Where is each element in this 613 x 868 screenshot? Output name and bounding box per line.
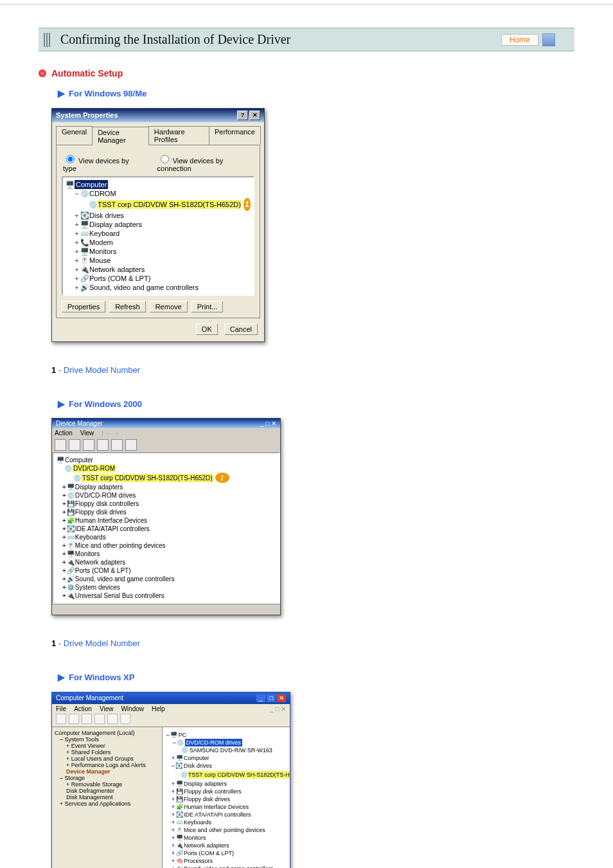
computer-icon: 🖥️	[56, 456, 65, 464]
expander-icon[interactable]: −	[73, 189, 80, 198]
tree-sound[interactable]: Sound, video and game controllers	[89, 283, 199, 292]
banner-stripe-icon	[44, 33, 51, 47]
caption-2000: 1 - Drive Model Number	[51, 638, 574, 648]
tool-icon[interactable]	[56, 714, 66, 724]
cmxp-right-tree[interactable]: – 🖥️PC – 💿DVD/CD-ROM drives 💿SAMSUNG DVD…	[163, 727, 290, 869]
tab-device-manager[interactable]: Device Manager	[92, 127, 149, 145]
tool-icon[interactable]	[107, 714, 118, 724]
menu-view[interactable]: View	[100, 705, 114, 712]
ok-button[interactable]: OK	[196, 323, 218, 335]
properties-button[interactable]: Properties	[62, 301, 105, 312]
close-button[interactable]: ✕	[277, 694, 286, 702]
tree-display[interactable]: Display adapters	[89, 220, 142, 229]
tab-general[interactable]: General	[56, 126, 93, 145]
menu-view[interactable]: View	[80, 429, 94, 437]
subhead-98me: ▶ For Windows 98/Me	[58, 87, 574, 100]
tree-diskdrives[interactable]: Disk drives	[89, 211, 124, 220]
tool-icon[interactable]	[94, 714, 105, 724]
menu-help[interactable]: Help	[152, 705, 165, 712]
disk-icon: 💽	[80, 211, 89, 220]
network-icon: 🔌	[80, 265, 89, 274]
tool-icon[interactable]	[125, 439, 137, 451]
remove-button[interactable]: Remove	[150, 301, 188, 312]
tab-hardware-profiles[interactable]: Hardware Profiles	[148, 126, 209, 145]
dm2k-tree[interactable]: 🖥️Computer 💿DVD/CD-ROM 💿TSST corp CD/DVD…	[52, 452, 280, 604]
arrow-icon: ▶	[58, 671, 65, 683]
cmxp-device[interactable]: TSST corp CD/DVDW SH-S182D(TS-H652D)	[188, 771, 290, 779]
dm2k-device[interactable]: TSST corp CD/DVDW SH-S182D(TS-H652D)	[82, 474, 213, 482]
tree-ports[interactable]: Ports (COM & LPT)	[89, 274, 150, 283]
menu-file[interactable]: File	[56, 705, 66, 712]
tool-icon[interactable]	[120, 714, 130, 724]
computer-icon: 🖥️	[66, 180, 75, 189]
arrow-icon: ▶	[58, 87, 65, 99]
tool-icon[interactable]	[69, 439, 80, 451]
dm2k-dvdcd[interactable]: DVD/CD-ROM	[73, 464, 116, 473]
tool-icon[interactable]	[55, 439, 66, 451]
disc-icon: 💿	[64, 464, 73, 473]
tabstrip: General Device Manager Hardware Profiles…	[56, 126, 260, 145]
subhead-xp-text: For Windows XP	[69, 671, 134, 684]
caption-text: - Drive Model Number	[58, 365, 140, 375]
tree-keyboard[interactable]: Keyboard	[89, 229, 120, 238]
tree-monitors[interactable]: Monitors	[89, 247, 116, 256]
tree-root[interactable]: Computer	[75, 180, 108, 189]
disc-icon: 💿	[89, 200, 98, 209]
dm2k-root[interactable]: Computer	[65, 456, 93, 464]
subhead-2000-text: For Windows 2000	[69, 398, 142, 411]
tool-icon[interactable]	[82, 714, 92, 724]
cmxp-title: Computer Management	[56, 694, 123, 701]
statusbar	[52, 604, 280, 615]
home-link[interactable]: Home	[501, 33, 555, 46]
home-icon	[542, 33, 555, 46]
tab-performance[interactable]: Performance	[209, 126, 261, 145]
port-icon: 🔗	[80, 274, 89, 283]
minimize-button[interactable]: _	[256, 694, 265, 702]
cdrom-icon: 💿	[80, 189, 89, 198]
maximize-button[interactable]: □	[267, 694, 276, 702]
mouse-icon: 🖱️	[80, 256, 89, 265]
cancel-button[interactable]: Cancel	[224, 323, 258, 335]
screenshot-compmgmt-xp: Computer Management _ □ ✕ File Action Vi…	[51, 692, 290, 869]
subhead-xp: ▶ For Windows XP	[58, 671, 574, 684]
caption-number: 1	[51, 638, 56, 648]
tree-cdrom[interactable]: CDROM	[89, 189, 116, 198]
radio-by-connection[interactable]: View devices by connection	[157, 153, 254, 172]
help-button[interactable]: ?	[237, 111, 248, 120]
window-controls-icon[interactable]: _ □ ✕	[260, 420, 276, 427]
cmxp-left-tree[interactable]: Computer Management (Local) – System Too…	[52, 727, 163, 869]
tree-modem[interactable]: Modem	[89, 238, 113, 247]
arrow-icon: ▶	[58, 398, 65, 410]
print-button[interactable]: Print...	[191, 301, 224, 312]
caption-98: 1 - Drive Model Number	[51, 365, 574, 375]
monitor-icon: 🖥️	[80, 247, 89, 256]
tree-device-hl[interactable]: TSST corp CD/DVDW SH-S182D(TS-H652D)	[98, 200, 241, 209]
modem-icon: 📞	[80, 238, 89, 247]
caption-number: 1	[51, 365, 56, 375]
menu-action[interactable]: Action	[74, 705, 92, 712]
tree-mouse[interactable]: Mouse	[89, 256, 111, 265]
subhead-2000: ▶ For Windows 2000	[58, 398, 574, 411]
menu-window[interactable]: Window	[121, 705, 144, 712]
display-icon: 🖥️	[80, 220, 89, 229]
tree-network[interactable]: Network adapters	[89, 265, 145, 274]
device-tree[interactable]: 🖥️Computer −💿CDROM 💿TSST corp CD/DVDW SH…	[62, 176, 254, 296]
section-heading: Automatic Setup	[39, 68, 574, 78]
tool-icon[interactable]	[97, 439, 109, 451]
window-title: System Properties	[56, 111, 118, 119]
dm2k-titlebar: Device Manager _ □ ✕	[52, 419, 280, 428]
caption-text: - Drive Model Number	[58, 638, 140, 648]
tool-icon[interactable]	[111, 439, 123, 451]
tool-icon[interactable]	[69, 714, 79, 724]
device-manager-node[interactable]: Device Manager	[66, 768, 111, 775]
menu-action[interactable]: Action	[55, 429, 73, 437]
refresh-button[interactable]: Refresh	[109, 301, 146, 312]
window-titlebar: System Properties ? ✕	[52, 109, 264, 122]
radio-by-type[interactable]: View devices by type	[63, 153, 141, 172]
disc-icon: 💿	[73, 474, 82, 482]
close-button[interactable]: ✕	[249, 111, 260, 120]
callout-marker-1: 1	[215, 473, 229, 483]
bullet-icon	[39, 69, 46, 77]
tool-icon[interactable]	[83, 439, 94, 451]
screenshot-sysprops-98: System Properties ? ✕ General Device Man…	[51, 108, 265, 342]
